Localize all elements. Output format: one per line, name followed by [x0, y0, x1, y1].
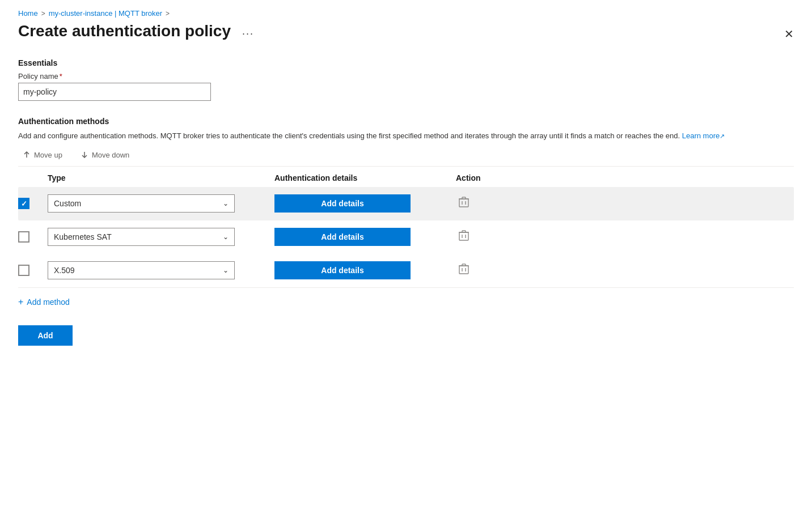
row-3-type-select[interactable]: X.509 ⌄ — [48, 261, 235, 279]
svg-rect-16 — [459, 266, 468, 274]
arrow-down-icon — [81, 151, 88, 159]
row-1-type-select[interactable]: Custom ⌄ — [48, 194, 235, 213]
breadcrumb-cluster[interactable]: my-cluster-instance | MQTT broker — [49, 9, 162, 18]
row-2-type-select[interactable]: Kubernetes SAT ⌄ — [48, 228, 235, 246]
required-star: * — [60, 72, 62, 80]
plus-icon: + — [18, 297, 23, 307]
row-3-add-details-button[interactable]: Add details — [274, 261, 411, 279]
policy-name-input[interactable] — [18, 83, 211, 101]
auth-methods-label: Authentication methods — [18, 117, 794, 126]
breadcrumb: Home > my-cluster-instance | MQTT broker… — [18, 9, 794, 18]
auth-methods-description: Add and configure authentication methods… — [18, 130, 794, 142]
learn-more-link[interactable]: Learn more↗ — [682, 131, 725, 140]
row-2-add-details-button[interactable]: Add details — [274, 228, 411, 246]
page-title: Create authentication policy — [18, 22, 231, 40]
column-auth-details: Authentication details — [274, 173, 456, 182]
add-button[interactable]: Add — [18, 325, 73, 346]
more-options-button[interactable]: ... — [238, 23, 259, 40]
essentials-label: Essentials — [18, 58, 794, 67]
svg-rect-2 — [459, 199, 468, 207]
add-method-button[interactable]: + Add method — [18, 297, 70, 307]
breadcrumb-sep-1: > — [41, 10, 45, 18]
row-1-delete-button[interactable] — [456, 194, 472, 214]
table-row: X.509 ⌄ Add details — [18, 254, 794, 287]
breadcrumb-sep-2: > — [166, 10, 170, 18]
trash-icon — [458, 230, 470, 242]
chevron-down-icon: ⌄ — [223, 266, 229, 274]
external-link-icon: ↗ — [720, 133, 725, 139]
row-3-checkbox[interactable] — [18, 265, 29, 276]
column-action: Action — [456, 173, 547, 182]
svg-rect-9 — [459, 232, 468, 240]
row-1-checkbox[interactable] — [18, 198, 29, 209]
trash-icon — [458, 196, 470, 209]
trash-icon — [458, 263, 470, 275]
essentials-section: Essentials Policy name* — [18, 58, 794, 101]
chevron-down-icon: ⌄ — [223, 233, 229, 241]
column-type: Type — [48, 173, 274, 182]
chevron-down-icon: ⌄ — [223, 199, 229, 207]
toolbar: Move up Move down — [18, 144, 794, 167]
table-row: Kubernetes SAT ⌄ Add details — [18, 220, 794, 254]
table-header: Type Authentication details Action — [18, 167, 794, 187]
move-down-button[interactable]: Move down — [76, 148, 134, 162]
submit-area: Add — [18, 316, 794, 346]
arrow-up-icon — [23, 151, 31, 159]
breadcrumb-home[interactable]: Home — [18, 9, 38, 18]
move-up-button[interactable]: Move up — [18, 148, 67, 162]
add-method-row: + Add method — [18, 287, 794, 316]
close-button[interactable]: ✕ — [784, 27, 794, 41]
auth-methods-section: Authentication methods Add and configure… — [18, 117, 794, 316]
row-2-checkbox[interactable] — [18, 231, 29, 243]
page-header: Create authentication policy ... — [18, 22, 794, 40]
row-3-delete-button[interactable] — [456, 261, 472, 281]
row-2-delete-button[interactable] — [456, 227, 472, 247]
row-1-add-details-button[interactable]: Add details — [274, 194, 411, 213]
policy-name-label: Policy name* — [18, 72, 794, 80]
table-row: Custom ⌄ Add details — [18, 187, 794, 220]
